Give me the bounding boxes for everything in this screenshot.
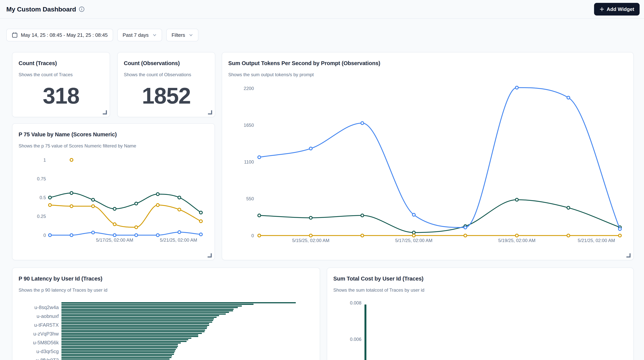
y-tick: 0 [44, 233, 46, 238]
latency-bar [62, 333, 202, 334]
filter-bar: May 14, 25 : 08:45 - May 21, 25 : 08:45 … [6, 29, 198, 41]
latency-bar [62, 309, 234, 310]
x-tick: 5/17/25, 02:00 AM [395, 238, 432, 243]
widget-tokens-chart: Sum Output Tokens Per Second by Prompt (… [222, 52, 634, 260]
latency-bar [62, 305, 242, 306]
prompt-teal-point [567, 206, 570, 209]
score-gold-point [70, 205, 73, 208]
widget-cost-bars: Sum Total Cost by User Id (Traces) Shows… [327, 267, 634, 360]
latency-bar [62, 321, 212, 323]
resize-handle-icon[interactable] [626, 253, 630, 257]
x-tick: 5/17/25, 02:00 AM [96, 237, 133, 243]
widget-title: P 90 Latency by User Id (Traces) [18, 275, 102, 282]
widget-p75-chart: P 75 Value by Name (Scores Numeric) Show… [12, 123, 215, 260]
calendar-icon [12, 32, 18, 38]
score-blue-point [200, 233, 202, 236]
range-preset-select[interactable]: Past 7 days [117, 29, 162, 41]
date-range-picker[interactable]: May 14, 25 : 08:45 - May 21, 25 : 08:45 [6, 29, 113, 41]
plus-icon [600, 7, 604, 12]
page-header: My Custom Dashboard Add Widget [0, 0, 644, 19]
y-tick: 0.75 [37, 176, 46, 181]
prompt-gold-point [361, 234, 364, 237]
score-gold-point [200, 220, 202, 223]
latency-bar [62, 350, 175, 351]
x-tick: 5/21/25, 02:00 AM [578, 238, 615, 243]
prompt-blue-point [516, 86, 518, 89]
latency-bar [62, 352, 174, 353]
prompt-gold-point [464, 234, 467, 237]
widget-latency-bars: P 90 Latency by User Id (Traces) Shows t… [12, 267, 320, 360]
score-teal-point [178, 196, 181, 199]
resize-handle-icon[interactable] [102, 110, 107, 115]
score-blue-point [48, 234, 52, 237]
latency-bar [62, 329, 205, 331]
latency-bar [62, 358, 170, 359]
cost-ytick: 0.006 [327, 337, 362, 342]
latency-bar [62, 313, 226, 315]
prompt-blue-point [567, 96, 570, 99]
widget-title: Sum Total Cost by User Id (Traces) [333, 275, 424, 282]
latency-bar [62, 342, 181, 343]
count-traces-value: 318 [12, 83, 110, 109]
latency-bar [62, 307, 238, 308]
widget-subtitle: Shows the count of Observations [124, 72, 191, 77]
score-teal-point [48, 196, 52, 199]
latency-bar [62, 312, 229, 313]
y-tick: 2200 [244, 86, 254, 91]
count-observations-value: 1852 [118, 83, 215, 109]
latency-bar [62, 328, 207, 329]
prompt-gold-point [516, 234, 518, 237]
latency-bar [62, 317, 216, 318]
widget-subtitle: Shows the sum totalcost of Traces by use… [333, 287, 424, 293]
y-tick: 550 [246, 196, 254, 201]
latency-bar [62, 325, 209, 326]
resize-handle-icon[interactable] [208, 110, 212, 115]
score-gold-point [113, 223, 116, 226]
y-tick: 0.5 [40, 195, 46, 200]
range-preset-value: Past 7 days [123, 32, 149, 38]
prompt-teal-point [412, 231, 415, 234]
p75-line-chart: 00.250.50.7515/17/25, 02:00 AM5/21/25, 0… [12, 124, 215, 260]
resize-handle-icon[interactable] [207, 253, 212, 257]
latency-axis-label: u-d3qr5cg [12, 349, 59, 354]
filters-label: Filters [172, 32, 185, 38]
score-blue-point [70, 234, 73, 237]
chevron-down-icon [152, 33, 157, 37]
score-teal-point [200, 211, 202, 214]
score-teal-point [70, 191, 73, 194]
latency-bar [62, 344, 178, 345]
score-teal-point [113, 207, 116, 210]
prompt-blue-point [618, 228, 622, 231]
latency-bar [62, 326, 207, 327]
latency-bar [62, 320, 213, 321]
prompt-blue-point [258, 156, 261, 159]
latency-bar [62, 318, 214, 319]
widget-title: Count (Traces) [18, 60, 57, 67]
latency-bar [62, 347, 177, 348]
widget-subtitle: Shows the p 90 latency of Traces by user… [18, 287, 107, 293]
page-title: My Custom Dashboard [6, 0, 84, 18]
info-icon[interactable] [79, 6, 84, 12]
y-tick: 1100 [244, 159, 254, 165]
prompt-teal-point [516, 198, 518, 201]
latency-bar [62, 337, 191, 339]
date-range-value: May 14, 25 : 08:45 - May 21, 25 : 08:45 [21, 32, 108, 38]
score-blue-point [92, 231, 94, 234]
latency-bar [62, 331, 204, 332]
score-gold-point [48, 204, 52, 206]
x-tick: 5/15/25, 02:00 AM [292, 238, 330, 243]
score-blue-point [156, 234, 159, 237]
x-tick: 5/21/25, 02:00 AM [160, 237, 197, 243]
latency-axis-label: u-8fVa9T3 [12, 357, 59, 360]
add-widget-button[interactable]: Add Widget [594, 3, 640, 16]
latency-bar [62, 349, 176, 350]
prompt-gold-point [258, 234, 261, 237]
score-teal-point [156, 193, 159, 195]
prompt-gold-point [309, 234, 312, 237]
score-gold-point [135, 226, 138, 229]
chevron-down-icon [189, 33, 193, 37]
y-tick: 1 [44, 157, 46, 163]
prompt-gold-point [618, 234, 622, 237]
filters-button[interactable]: Filters [166, 29, 198, 41]
prompt-gold-point [567, 234, 570, 237]
